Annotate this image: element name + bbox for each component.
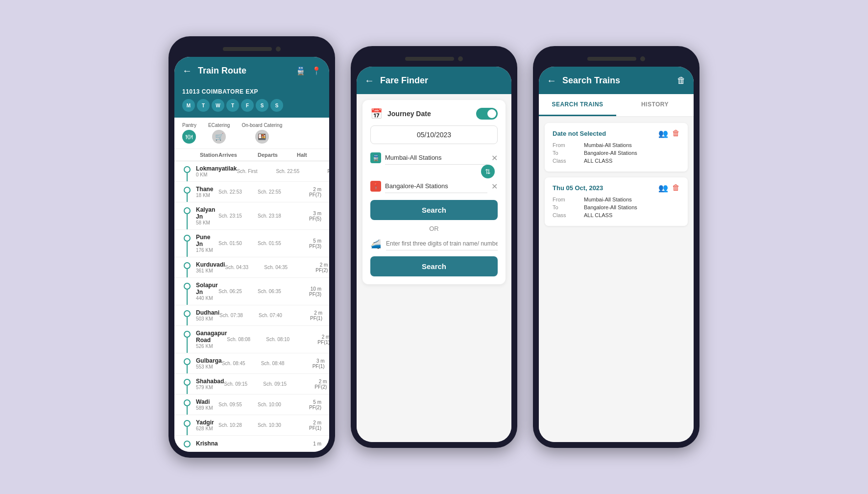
departs-time: Sch. 08:48 bbox=[261, 361, 300, 366]
table-row: Kurduvadi361 KM Sch. 04:33 Sch. 04:35 2 … bbox=[174, 257, 329, 278]
journey-date-toggle[interactable] bbox=[476, 108, 498, 120]
arrives-time: Sch. 09:55 bbox=[218, 402, 258, 407]
history-to-label-1: To bbox=[553, 150, 582, 156]
history-class-label-1: Class bbox=[553, 158, 582, 164]
halt-info: 2 mPF(1) bbox=[298, 310, 322, 321]
catering-onboard: On-board Catering 🍱 bbox=[241, 123, 282, 144]
table-row: Lokmanyatilak0 KM Sch. First Sch. 22:55 … bbox=[174, 161, 329, 182]
from-station-input[interactable] bbox=[385, 151, 487, 165]
route-dot bbox=[184, 207, 191, 214]
halt-info: 2 mPF(1) bbox=[305, 334, 329, 345]
table-row: Ganagapur Road526 KM Sch. 08:08 Sch. 08:… bbox=[174, 326, 329, 353]
route-line bbox=[187, 406, 188, 415]
table-row: Pune Jn176 KM Sch. 01:50 Sch. 01:55 5 mP… bbox=[174, 230, 329, 257]
station-km: 176 KM bbox=[196, 247, 218, 253]
station-name: Pune Jn bbox=[196, 234, 218, 247]
arrives-time: Sch. 07:38 bbox=[219, 313, 259, 318]
route-dot bbox=[184, 331, 191, 338]
delete-all-icon[interactable]: 🗑 bbox=[677, 75, 686, 86]
station-km: 526 KM bbox=[196, 344, 227, 349]
history-to-row-2: To Bangalore-All Stations bbox=[553, 204, 680, 210]
history-from-value-1: Mumbai-All Stations bbox=[584, 142, 680, 148]
route-dot bbox=[184, 166, 191, 173]
phone-notch-1 bbox=[174, 42, 329, 56]
halt-info: PF(4) bbox=[315, 169, 329, 174]
col-arrives: Arrives bbox=[218, 152, 258, 158]
to-station-clear[interactable]: ✕ bbox=[491, 182, 498, 191]
tab-history[interactable]: HISTORY bbox=[616, 94, 694, 116]
search-button-1[interactable]: Search bbox=[370, 200, 498, 220]
dot-col bbox=[178, 309, 196, 321]
pantry-label: Pantry bbox=[182, 123, 196, 128]
history-card-header-2: Thu 05 Oct, 2023 👥 🗑 bbox=[553, 183, 680, 193]
station-name: Solapur Jn bbox=[196, 282, 218, 296]
arrives-time: Sch. 23:15 bbox=[218, 213, 258, 219]
route-line bbox=[187, 269, 188, 277]
fare-card: 📅 Journey Date 🚆 ✕ ⇅ bbox=[362, 100, 506, 284]
arrives-time: Sch. First bbox=[237, 169, 276, 174]
station-info: Shahabad579 KM bbox=[196, 378, 224, 390]
table-row: Thane18 KM Sch. 22:53 Sch. 22:55 2 mPF(7… bbox=[174, 182, 329, 202]
search-button-2[interactable]: Search bbox=[370, 256, 498, 276]
share-icon-2[interactable]: 👥 bbox=[658, 183, 668, 193]
arrives-time: Sch. 09:15 bbox=[224, 381, 263, 387]
station-km: 18 KM bbox=[196, 193, 218, 198]
train-icon[interactable]: 🚆 bbox=[296, 66, 306, 75]
halt-info: 1 m bbox=[297, 441, 321, 446]
route-dot bbox=[184, 310, 191, 317]
departs-time: Sch. 22:55 bbox=[258, 189, 297, 195]
notch-bar bbox=[223, 47, 272, 51]
history-from-label-2: From bbox=[553, 197, 582, 202]
route-line bbox=[187, 173, 188, 181]
train-number-input[interactable] bbox=[386, 237, 498, 250]
to-station-input[interactable] bbox=[385, 179, 487, 193]
or-divider: OR bbox=[370, 225, 498, 232]
map-icon[interactable]: 📍 bbox=[312, 66, 321, 75]
route-dot bbox=[184, 399, 191, 406]
departs-time: Sch. 04:35 bbox=[264, 265, 303, 270]
history-date-1: Date not Selected bbox=[553, 130, 606, 137]
station-km: 503 KM bbox=[196, 316, 219, 321]
from-station-row: 🚆 ✕ bbox=[370, 151, 498, 165]
swap-stations-button[interactable]: ⇅ bbox=[481, 165, 495, 178]
back-button-3[interactable]: ← bbox=[547, 75, 556, 86]
station-name: Gulbarga bbox=[196, 357, 222, 364]
route-items: Lokmanyatilak0 KM Sch. First Sch. 22:55 … bbox=[174, 161, 329, 452]
station-km: 628 KM bbox=[196, 426, 218, 431]
from-station-clear[interactable]: ✕ bbox=[491, 153, 498, 163]
route-dot bbox=[184, 420, 191, 427]
history-from-row-1: From Mumbai-All Stations bbox=[553, 142, 680, 148]
halt-info: 2 mPF(1) bbox=[297, 420, 321, 431]
station-km: 361 KM bbox=[196, 268, 225, 273]
dot-col bbox=[178, 357, 196, 370]
back-button-1[interactable]: ← bbox=[182, 65, 192, 76]
delete-icon-1[interactable]: 🗑 bbox=[672, 129, 680, 138]
camera-dot bbox=[276, 47, 281, 51]
station-info: Krishna bbox=[196, 440, 218, 447]
back-button-2[interactable]: ← bbox=[364, 75, 374, 86]
dot-col bbox=[178, 206, 196, 225]
route-line bbox=[187, 338, 188, 353]
station-info: Kurduvadi361 KM bbox=[196, 261, 225, 273]
date-input[interactable] bbox=[370, 125, 498, 144]
departs-time: Sch. 22:55 bbox=[276, 169, 315, 174]
day-T2: T bbox=[226, 99, 239, 112]
halt-info: 3 mPF(1) bbox=[300, 358, 325, 369]
delete-icon-2[interactable]: 🗑 bbox=[672, 183, 680, 193]
dot-col bbox=[178, 378, 196, 390]
halt-info: 2 mPF(2) bbox=[303, 262, 328, 273]
tab-search-trains[interactable]: SEARCH TRAINS bbox=[539, 94, 616, 116]
route-line bbox=[187, 290, 188, 305]
station-info: Lokmanyatilak0 KM bbox=[196, 165, 237, 177]
route-line bbox=[187, 317, 188, 325]
route-dot bbox=[184, 379, 191, 386]
arrives-time: Sch. 06:25 bbox=[218, 289, 258, 294]
calendar-icon: 📅 bbox=[370, 108, 383, 120]
halt-info: 2 mPF(2) bbox=[302, 379, 327, 390]
share-icon-1[interactable]: 👥 bbox=[658, 129, 668, 138]
station-name: Thane bbox=[196, 186, 218, 193]
table-row: Kalyan Jn58 KM Sch. 23:15 Sch. 23:18 3 m… bbox=[174, 202, 329, 230]
route-line bbox=[187, 214, 188, 229]
history-date-2: Thu 05 Oct, 2023 bbox=[553, 184, 603, 192]
station-name: Kurduvadi bbox=[196, 261, 225, 268]
